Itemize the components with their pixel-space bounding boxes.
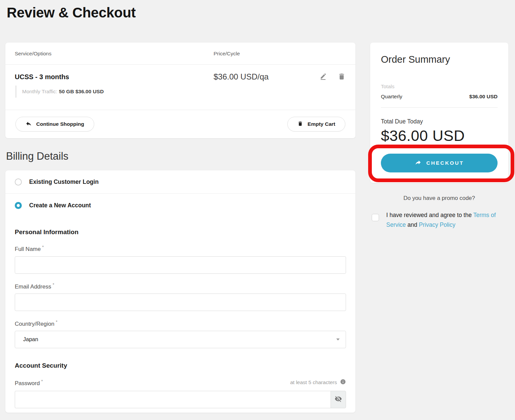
- main-column: Review & Checkout Service/Options Price/…: [5, 0, 355, 413]
- reply-arrow-icon: [25, 120, 32, 128]
- edit-item-button[interactable]: [319, 72, 328, 81]
- billing-cycle-amount: $36.00 USD: [469, 93, 498, 100]
- privacy-policy-link[interactable]: Privacy Policy: [419, 221, 455, 228]
- account-security-heading: Account Security: [15, 362, 346, 370]
- continue-shopping-button[interactable]: Continue Shopping: [15, 117, 94, 132]
- password-input[interactable]: [15, 391, 331, 408]
- trash-icon: [297, 121, 303, 128]
- order-summary-column: Order Summary Totals Quarterly $36.00 US…: [370, 43, 508, 230]
- existing-customer-label: Existing Customer Login: [29, 178, 99, 186]
- divider: [381, 107, 498, 108]
- create-account-label: Create a New Account: [29, 202, 91, 209]
- password-label-row: Password* at least 5 characters: [15, 378, 346, 387]
- cart-footer: Continue Shopping Empty Cart: [5, 110, 355, 138]
- cart-item-option: Monthly Traffic:50 GB $36.00 USD: [15, 86, 346, 98]
- total-due-today-amount: $36.00 USD: [381, 127, 498, 144]
- country-selected-value: Japan: [23, 336, 38, 343]
- required-asterisk: *: [41, 379, 43, 384]
- toggle-password-visibility-button[interactable]: [331, 391, 346, 408]
- option-label: Monthly Traffic:: [22, 89, 57, 94]
- cart-card: Service/Options Price/Cycle UCSS - 3 mon…: [5, 43, 355, 138]
- full-name-label: Full Name*: [15, 244, 346, 253]
- country-region-label: Country/Region*: [15, 319, 346, 327]
- radio-existing-customer[interactable]: [15, 178, 22, 186]
- promo-code-link[interactable]: Do you have a promo code?: [370, 195, 508, 202]
- billing-form: Personal Information Full Name* Email Ad…: [5, 228, 355, 408]
- delete-item-button[interactable]: [337, 72, 346, 81]
- caret-down-icon: [336, 338, 340, 340]
- required-asterisk: *: [56, 319, 57, 324]
- agree-terms-checkbox[interactable]: [371, 214, 379, 221]
- trash-icon: [338, 72, 346, 82]
- column-service-options: Service/Options: [15, 51, 214, 57]
- total-due-today-label: Total Due Today: [381, 118, 498, 125]
- page-title: Review & Checkout: [7, 5, 355, 21]
- totals-label: Totals: [381, 84, 498, 90]
- empty-cart-label: Empty Cart: [307, 121, 335, 127]
- billing-cycle-label: Quarterly: [381, 93, 402, 100]
- checkout-button[interactable]: CHECKOUT: [381, 154, 498, 172]
- checkout-label: CHECKOUT: [426, 160, 464, 166]
- empty-cart-button[interactable]: Empty Cart: [287, 117, 345, 132]
- order-summary-title: Order Summary: [381, 43, 498, 66]
- personal-information-heading: Personal Information: [15, 228, 346, 236]
- continue-shopping-label: Continue Shopping: [36, 121, 84, 127]
- eye-off-icon: [335, 395, 342, 404]
- create-account-row: Create a New Account: [5, 194, 355, 217]
- column-price-cycle: Price/Cycle: [214, 51, 346, 57]
- full-name-input[interactable]: [15, 256, 346, 274]
- forward-arrow-icon: [415, 159, 421, 167]
- billing-card: Existing Customer Login Create a New Acc…: [5, 170, 355, 413]
- agree-terms-text: I have reviewed and agree to the Terms o…: [386, 210, 508, 230]
- password-hint: at least 5 characters: [290, 379, 337, 385]
- billing-details-title: Billing Details: [6, 149, 355, 163]
- totals-row: Quarterly $36.00 USD: [381, 93, 498, 100]
- cart-item-row: UCSS - 3 months $36.00 USD/qa: [5, 65, 355, 110]
- required-asterisk: *: [42, 245, 44, 250]
- existing-customer-row: Existing Customer Login: [5, 170, 355, 193]
- order-summary-card: Order Summary Totals Quarterly $36.00 US…: [370, 43, 508, 183]
- terms-agreement-row: I have reviewed and agree to the Terms o…: [370, 210, 508, 230]
- required-asterisk: *: [53, 282, 54, 287]
- email-address-input[interactable]: [15, 294, 346, 311]
- cart-item-name: UCSS - 3 months: [15, 73, 214, 81]
- email-address-label: Email Address*: [15, 281, 346, 290]
- option-value: 50 GB $36.00 USD: [59, 89, 104, 94]
- info-icon[interactable]: [340, 379, 346, 386]
- password-label: Password*: [15, 378, 43, 387]
- cart-table-header: Service/Options Price/Cycle: [5, 43, 355, 65]
- password-field-group: [15, 391, 346, 408]
- country-select[interactable]: Japan: [15, 331, 346, 348]
- cart-item-price: $36.00 USD/qa: [214, 72, 269, 82]
- radio-create-account[interactable]: [15, 202, 22, 209]
- edit-pencil-icon: [320, 72, 328, 82]
